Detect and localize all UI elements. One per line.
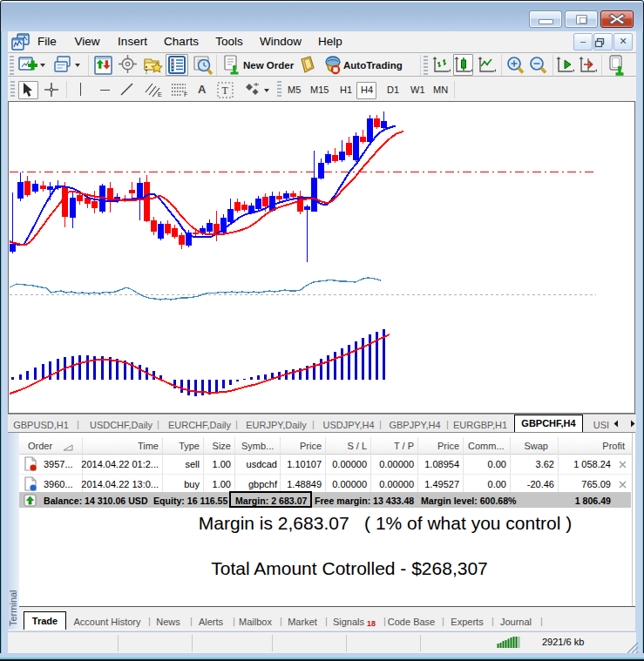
svg-text:F: F: [184, 91, 187, 98]
svg-text:E: E: [158, 91, 162, 98]
svg-text:T: T: [222, 84, 229, 97]
